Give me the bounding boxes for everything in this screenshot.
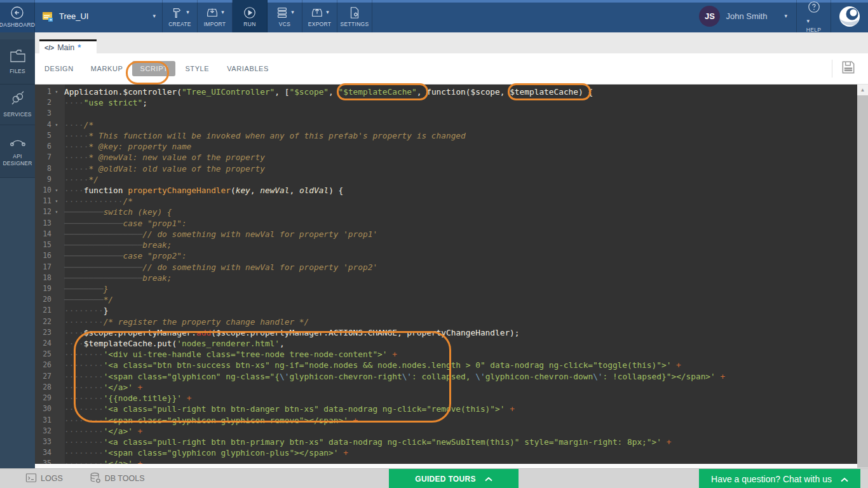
code-line[interactable]: 13────────────case "prop1": bbox=[35, 218, 857, 229]
chat-label: Have a question? Chat with us bbox=[711, 474, 832, 484]
unsaved-indicator: * bbox=[78, 43, 81, 52]
code-line[interactable]: 34········'<span class="glyphicon glyphi… bbox=[35, 447, 857, 458]
import-caret-icon: ▾ bbox=[221, 10, 224, 15]
code-line[interactable]: 32········'</a>' + bbox=[35, 426, 857, 437]
user-name: John Smith bbox=[726, 11, 767, 21]
code-line[interactable]: 20────────*/ bbox=[35, 294, 857, 305]
help-button[interactable]: ▾ HELP bbox=[797, 0, 831, 32]
divider bbox=[832, 60, 832, 78]
code-line[interactable]: 31········'<span class="glyphicon glyphi… bbox=[35, 415, 857, 426]
chat-button[interactable]: Have a question? Chat with us bbox=[699, 469, 860, 488]
vcs-button[interactable]: ▾ VCS bbox=[268, 0, 302, 32]
api-arc-icon bbox=[9, 135, 27, 151]
export-label: EXPORT bbox=[308, 21, 332, 27]
code-line[interactable]: 2····"use strict"; bbox=[35, 97, 857, 108]
wavemaker-studio: DASHBOARD Tree_UI ▾ bbox=[0, 0, 868, 488]
code-area: 1▾Application.$controller("Tree_UIContro… bbox=[35, 86, 857, 468]
settings-icon bbox=[348, 6, 362, 20]
code-line[interactable]: 24····$templateCache.put('nodes_renderer… bbox=[35, 338, 857, 349]
code-line[interactable]: 29········'{{node.title}}' + bbox=[35, 393, 857, 403]
file-tab-strip: </> Main * bbox=[35, 32, 868, 53]
code-tab-icon: </> bbox=[44, 44, 54, 51]
scroll-up-arrow[interactable]: ▲ bbox=[857, 85, 868, 95]
dashboard-label: DASHBOARD bbox=[0, 22, 35, 28]
code-line[interactable]: 17────────────────// do something with n… bbox=[35, 262, 857, 273]
code-line[interactable]: 15────────────────break; bbox=[35, 240, 857, 250]
vcs-caret-icon: ▾ bbox=[291, 10, 294, 15]
code-line[interactable]: 28········'</a>' + bbox=[35, 382, 857, 393]
tab-main-label: Main bbox=[57, 43, 74, 52]
left-sidebar: FILES SERVICES API DESIGNER bbox=[0, 32, 35, 468]
tab-design[interactable]: DESIGN bbox=[44, 65, 74, 72]
tab-variables[interactable]: VARIABLES bbox=[227, 65, 269, 72]
code-line[interactable]: 7·····* @newVal: new value of the proper… bbox=[35, 152, 857, 163]
create-button[interactable]: ▾ CREATE bbox=[163, 0, 198, 32]
tab-markup[interactable]: MARKUP bbox=[91, 65, 123, 72]
code-line[interactable]: 11▾············/* bbox=[35, 196, 857, 207]
create-hammer-icon bbox=[170, 6, 184, 20]
chevron-up-icon bbox=[841, 474, 848, 484]
code-line[interactable]: 18────────────────break; bbox=[35, 273, 857, 283]
create-caret-icon: ▾ bbox=[186, 10, 189, 15]
vcs-icon bbox=[275, 6, 289, 20]
sidebar-item-services[interactable]: SERVICES bbox=[0, 85, 35, 125]
code-line[interactable]: 6·····* @key: property name bbox=[35, 141, 857, 152]
export-button[interactable]: ▾ EXPORT bbox=[302, 0, 337, 32]
code-line[interactable]: 14────────────────// do something with n… bbox=[35, 229, 857, 240]
project-name: Tree_UI bbox=[59, 11, 147, 21]
guided-tours-button[interactable]: GUIDED TOURS bbox=[389, 469, 519, 488]
sidebar-item-label: FILES bbox=[10, 68, 25, 75]
project-selector[interactable]: Tree_UI ▾ bbox=[35, 0, 163, 32]
code-line[interactable]: 30········'<a class="pull-right btn btn-… bbox=[35, 403, 857, 414]
tab-style[interactable]: STYLE bbox=[185, 65, 209, 72]
horizontal-scrollbar[interactable] bbox=[35, 464, 857, 468]
code-line[interactable]: 22········/* register the property chang… bbox=[35, 316, 857, 327]
code-line[interactable]: 25········'<div ui-tree-handle class="tr… bbox=[35, 349, 857, 360]
script-editor[interactable]: 1▾Application.$controller("Tree_UIContro… bbox=[35, 85, 857, 468]
logs-button[interactable]: LOGS bbox=[25, 473, 63, 485]
tab-main[interactable]: </> Main * bbox=[39, 39, 97, 53]
sidebar-item-label: API DESIGNER bbox=[0, 153, 35, 166]
sidebar-item-files[interactable]: FILES bbox=[0, 39, 35, 85]
code-line[interactable]: 1▾Application.$controller("Tree_UIContro… bbox=[35, 86, 857, 97]
db-tools-button[interactable]: DB TOOLS bbox=[90, 472, 145, 485]
code-line[interactable]: 33········'<a class="pull-right btn btn-… bbox=[35, 437, 857, 447]
code-line[interactable]: 27········'<span class="glyphicon" ng-cl… bbox=[35, 371, 857, 382]
guided-tours-label: GUIDED TOURS bbox=[415, 475, 475, 484]
run-label: RUN bbox=[243, 21, 255, 27]
sidebar-item-api-designer[interactable]: API DESIGNER bbox=[0, 125, 35, 178]
code-line[interactable]: 23····$scope.propertyManager.add($scope.… bbox=[35, 327, 857, 338]
code-line[interactable]: 3 bbox=[35, 108, 857, 119]
save-button[interactable] bbox=[840, 59, 857, 78]
help-icon bbox=[807, 0, 821, 14]
code-line[interactable]: 9·····*/ bbox=[35, 174, 857, 185]
logs-label: LOGS bbox=[41, 474, 63, 483]
code-line[interactable]: 19────────} bbox=[35, 283, 857, 294]
run-play-icon bbox=[243, 6, 257, 20]
bottom-bar: LOGS DB TOOLS GUIDED TOURS Have a questi… bbox=[0, 468, 868, 488]
import-label: IMPORT bbox=[204, 21, 226, 27]
tab-script[interactable]: SCRIPT bbox=[132, 61, 175, 76]
code-line[interactable]: 8·····* @oldVal: old value of the proper… bbox=[35, 163, 857, 174]
project-caret-icon: ▾ bbox=[153, 13, 156, 19]
wave-icon bbox=[837, 4, 862, 29]
code-line[interactable]: 10▾····function propertyChangeHandler(ke… bbox=[35, 185, 857, 196]
dashboard-button[interactable]: DASHBOARD bbox=[0, 0, 35, 32]
import-button[interactable]: ▾ IMPORT bbox=[198, 0, 233, 32]
code-line[interactable]: 12▾────────switch (key) { bbox=[35, 207, 857, 217]
code-line[interactable]: 16────────────case "prop2": bbox=[35, 250, 857, 261]
vertical-scrollbar[interactable]: ▲ bbox=[857, 85, 868, 468]
code-line[interactable]: 4▾····/* bbox=[35, 119, 857, 130]
code-line[interactable]: 5·····* This function will be invoked wh… bbox=[35, 130, 857, 141]
vcs-label: VCS bbox=[279, 21, 290, 27]
code-line[interactable]: 21········} bbox=[35, 305, 857, 316]
settings-button[interactable]: SETTINGS bbox=[337, 0, 372, 32]
settings-label: SETTINGS bbox=[341, 21, 369, 27]
help-caret-icon: ▾ bbox=[807, 18, 810, 24]
run-button[interactable]: RUN bbox=[233, 0, 268, 32]
db-tools-label: DB TOOLS bbox=[105, 474, 145, 483]
code-line[interactable]: 26········'<a class="btn btn-success btn… bbox=[35, 360, 857, 370]
scrollbar-thumb[interactable] bbox=[857, 95, 868, 468]
editor-mode-tabs: DESIGN MARKUP SCRIPT STYLE VARIABLES bbox=[35, 53, 868, 85]
user-menu[interactable]: JS John Smith ▾ bbox=[690, 0, 797, 32]
